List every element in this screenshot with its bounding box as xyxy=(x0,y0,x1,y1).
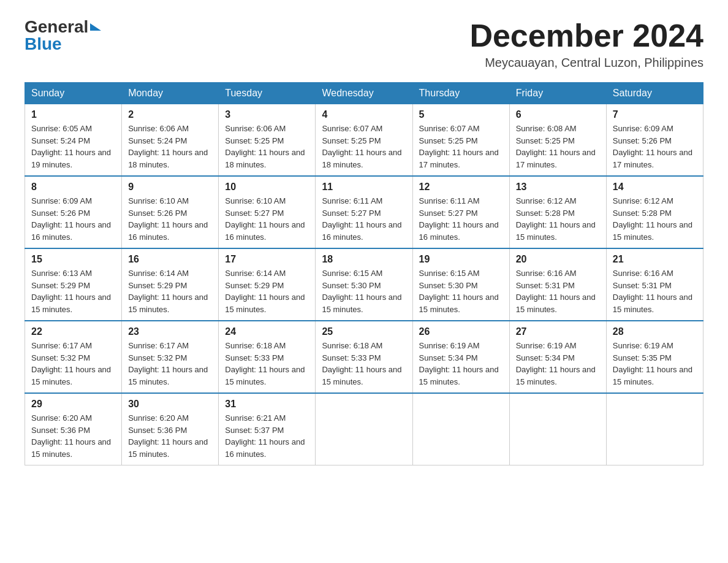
day-number: 17 xyxy=(225,254,309,265)
day-number: 21 xyxy=(613,254,697,265)
day-number: 26 xyxy=(419,326,503,337)
calendar-table: SundayMondayTuesdayWednesdayThursdayFrid… xyxy=(25,82,703,465)
day-info: Sunrise: 6:13 AMSunset: 5:29 PMDaylight:… xyxy=(31,267,115,315)
day-info: Sunrise: 6:06 AMSunset: 5:24 PMDaylight:… xyxy=(128,123,212,170)
calendar-cell xyxy=(412,393,509,465)
day-number: 12 xyxy=(419,182,503,193)
day-info: Sunrise: 6:19 AMSunset: 5:34 PMDaylight:… xyxy=(516,340,600,388)
calendar-cell: 22Sunrise: 6:17 AMSunset: 5:32 PMDayligh… xyxy=(25,321,122,393)
day-info: Sunrise: 6:21 AMSunset: 5:37 PMDaylight:… xyxy=(225,412,309,460)
day-number: 2 xyxy=(128,109,212,120)
calendar-cell: 28Sunrise: 6:19 AMSunset: 5:35 PMDayligh… xyxy=(606,321,703,393)
day-info: Sunrise: 6:11 AMSunset: 5:27 PMDaylight:… xyxy=(322,195,406,243)
calendar-cell: 8Sunrise: 6:09 AMSunset: 5:26 PMDaylight… xyxy=(25,176,122,248)
day-info: Sunrise: 6:12 AMSunset: 5:28 PMDaylight:… xyxy=(613,195,697,243)
calendar-cell: 13Sunrise: 6:12 AMSunset: 5:28 PMDayligh… xyxy=(509,176,606,248)
day-info: Sunrise: 6:16 AMSunset: 5:31 PMDaylight:… xyxy=(516,267,600,315)
day-info: Sunrise: 6:05 AMSunset: 5:24 PMDaylight:… xyxy=(31,123,115,170)
day-info: Sunrise: 6:19 AMSunset: 5:34 PMDaylight:… xyxy=(419,340,503,388)
calendar-cell: 16Sunrise: 6:14 AMSunset: 5:29 PMDayligh… xyxy=(122,248,219,321)
weekday-header-friday: Friday xyxy=(509,83,606,104)
calendar-cell: 24Sunrise: 6:18 AMSunset: 5:33 PMDayligh… xyxy=(219,321,316,393)
day-number: 6 xyxy=(516,109,600,120)
day-info: Sunrise: 6:10 AMSunset: 5:27 PMDaylight:… xyxy=(225,195,309,243)
day-info: Sunrise: 6:17 AMSunset: 5:32 PMDaylight:… xyxy=(31,340,115,388)
calendar-cell: 6Sunrise: 6:08 AMSunset: 5:25 PMDaylight… xyxy=(509,104,606,177)
calendar-cell: 4Sunrise: 6:07 AMSunset: 5:25 PMDaylight… xyxy=(316,104,412,177)
day-info: Sunrise: 6:18 AMSunset: 5:33 PMDaylight:… xyxy=(225,340,309,388)
day-info: Sunrise: 6:14 AMSunset: 5:29 PMDaylight:… xyxy=(225,267,309,315)
calendar-week-row: 8Sunrise: 6:09 AMSunset: 5:26 PMDaylight… xyxy=(25,176,703,248)
calendar-cell: 10Sunrise: 6:10 AMSunset: 5:27 PMDayligh… xyxy=(219,176,316,248)
day-number: 10 xyxy=(225,182,309,193)
calendar-cell: 2Sunrise: 6:06 AMSunset: 5:24 PMDaylight… xyxy=(122,104,219,177)
calendar-cell: 29Sunrise: 6:20 AMSunset: 5:36 PMDayligh… xyxy=(25,393,122,465)
day-info: Sunrise: 6:16 AMSunset: 5:31 PMDaylight:… xyxy=(613,267,697,315)
day-number: 22 xyxy=(31,326,115,337)
day-info: Sunrise: 6:14 AMSunset: 5:29 PMDaylight:… xyxy=(128,267,212,315)
weekday-header-wednesday: Wednesday xyxy=(316,83,412,104)
day-info: Sunrise: 6:19 AMSunset: 5:35 PMDaylight:… xyxy=(613,340,697,388)
day-number: 15 xyxy=(31,254,115,265)
calendar-cell: 26Sunrise: 6:19 AMSunset: 5:34 PMDayligh… xyxy=(412,321,509,393)
day-info: Sunrise: 6:20 AMSunset: 5:36 PMDaylight:… xyxy=(31,412,115,460)
day-info: Sunrise: 6:15 AMSunset: 5:30 PMDaylight:… xyxy=(419,267,503,315)
day-info: Sunrise: 6:20 AMSunset: 5:36 PMDaylight:… xyxy=(128,412,212,460)
weekday-header-thursday: Thursday xyxy=(412,83,509,104)
calendar-cell: 15Sunrise: 6:13 AMSunset: 5:29 PMDayligh… xyxy=(25,248,122,321)
calendar-cell: 11Sunrise: 6:11 AMSunset: 5:27 PMDayligh… xyxy=(316,176,412,248)
day-number: 19 xyxy=(419,254,503,265)
logo: General Blue xyxy=(25,18,101,53)
day-number: 20 xyxy=(516,254,600,265)
day-number: 14 xyxy=(613,182,697,193)
title-section: December 2024 Meycauayan, Central Luzon,… xyxy=(469,18,703,70)
logo-triangle-icon xyxy=(90,23,101,31)
day-number: 28 xyxy=(613,326,697,337)
calendar-cell xyxy=(509,393,606,465)
day-info: Sunrise: 6:09 AMSunset: 5:26 PMDaylight:… xyxy=(31,195,115,243)
calendar-cell: 9Sunrise: 6:10 AMSunset: 5:26 PMDaylight… xyxy=(122,176,219,248)
calendar-cell: 31Sunrise: 6:21 AMSunset: 5:37 PMDayligh… xyxy=(219,393,316,465)
day-info: Sunrise: 6:06 AMSunset: 5:25 PMDaylight:… xyxy=(225,123,309,170)
calendar-cell: 7Sunrise: 6:09 AMSunset: 5:26 PMDaylight… xyxy=(606,104,703,177)
weekday-header-tuesday: Tuesday xyxy=(219,83,316,104)
calendar-week-row: 1Sunrise: 6:05 AMSunset: 5:24 PMDaylight… xyxy=(25,104,703,177)
day-number: 30 xyxy=(128,399,212,410)
weekday-header-saturday: Saturday xyxy=(606,83,703,104)
day-number: 3 xyxy=(225,109,309,120)
day-number: 24 xyxy=(225,326,309,337)
day-info: Sunrise: 6:07 AMSunset: 5:25 PMDaylight:… xyxy=(419,123,503,170)
calendar-cell: 27Sunrise: 6:19 AMSunset: 5:34 PMDayligh… xyxy=(509,321,606,393)
page-header: General Blue December 2024 Meycauayan, C… xyxy=(25,18,703,70)
calendar-cell: 17Sunrise: 6:14 AMSunset: 5:29 PMDayligh… xyxy=(219,248,316,321)
day-number: 4 xyxy=(322,109,406,120)
weekday-header-row: SundayMondayTuesdayWednesdayThursdayFrid… xyxy=(25,83,703,104)
day-info: Sunrise: 6:11 AMSunset: 5:27 PMDaylight:… xyxy=(419,195,503,243)
day-info: Sunrise: 6:12 AMSunset: 5:28 PMDaylight:… xyxy=(516,195,600,243)
month-title: December 2024 xyxy=(469,18,703,53)
calendar-week-row: 29Sunrise: 6:20 AMSunset: 5:36 PMDayligh… xyxy=(25,393,703,465)
calendar-week-row: 15Sunrise: 6:13 AMSunset: 5:29 PMDayligh… xyxy=(25,248,703,321)
logo-general: General xyxy=(25,18,88,36)
day-info: Sunrise: 6:07 AMSunset: 5:25 PMDaylight:… xyxy=(322,123,406,170)
calendar-cell: 20Sunrise: 6:16 AMSunset: 5:31 PMDayligh… xyxy=(509,248,606,321)
calendar-cell: 5Sunrise: 6:07 AMSunset: 5:25 PMDaylight… xyxy=(412,104,509,177)
calendar-cell: 14Sunrise: 6:12 AMSunset: 5:28 PMDayligh… xyxy=(606,176,703,248)
day-number: 29 xyxy=(31,399,115,410)
calendar-cell: 30Sunrise: 6:20 AMSunset: 5:36 PMDayligh… xyxy=(122,393,219,465)
day-number: 18 xyxy=(322,254,406,265)
calendar-cell xyxy=(606,393,703,465)
weekday-header-monday: Monday xyxy=(122,83,219,104)
calendar-cell: 18Sunrise: 6:15 AMSunset: 5:30 PMDayligh… xyxy=(316,248,412,321)
day-info: Sunrise: 6:15 AMSunset: 5:30 PMDaylight:… xyxy=(322,267,406,315)
day-number: 25 xyxy=(322,326,406,337)
weekday-header-sunday: Sunday xyxy=(25,83,122,104)
day-info: Sunrise: 6:10 AMSunset: 5:26 PMDaylight:… xyxy=(128,195,212,243)
day-number: 11 xyxy=(322,182,406,193)
day-info: Sunrise: 6:17 AMSunset: 5:32 PMDaylight:… xyxy=(128,340,212,388)
day-number: 27 xyxy=(516,326,600,337)
day-number: 8 xyxy=(31,182,115,193)
calendar-cell: 21Sunrise: 6:16 AMSunset: 5:31 PMDayligh… xyxy=(606,248,703,321)
logo-blue: Blue xyxy=(25,36,62,53)
day-info: Sunrise: 6:18 AMSunset: 5:33 PMDaylight:… xyxy=(322,340,406,388)
